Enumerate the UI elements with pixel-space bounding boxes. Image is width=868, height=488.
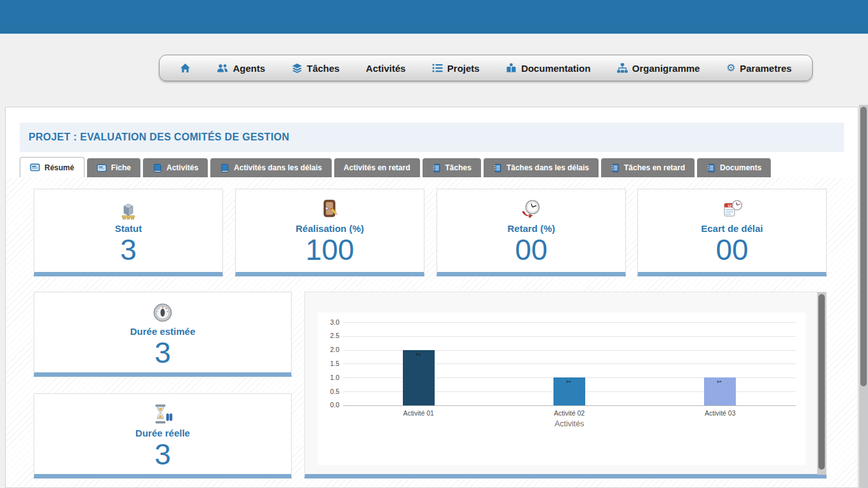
nav-item-parametres[interactable]: ⚙ Parametres (726, 63, 792, 74)
tab-activites-dans-les-delais[interactable]: Activités dans les délais (210, 158, 332, 177)
y-tick-label: 1.5 (318, 360, 339, 367)
y-tick-label: 2.0 (318, 346, 339, 353)
nav-item-documentation[interactable]: Documentation (506, 63, 590, 74)
notebook-pencil-icon (236, 198, 424, 222)
bar-value-label: 1 (716, 380, 723, 383)
gridline (343, 405, 796, 406)
nav-item-label: Agents (233, 63, 265, 74)
book-icon (153, 163, 162, 173)
page-title: PROJET : EVALUATION DES COMITÉS DE GESTI… (29, 132, 289, 143)
header-area: Agents Tâches Activités Projets Document… (0, 34, 868, 105)
home-icon (180, 63, 191, 74)
tab-label: Activités en retard (344, 163, 410, 172)
main-panel: PROJET : EVALUATION DES COMITÉS DE GESTI… (5, 107, 858, 488)
tab-label: Activités dans les délais (234, 163, 322, 172)
stat-card-realisation: Réalisation (%) 100 (235, 189, 424, 276)
stat-card-label: Statut (34, 223, 222, 234)
nav-item-organigramme[interactable]: Organigramme (617, 63, 700, 74)
list-icon (432, 63, 443, 73)
x-tick-label: Activité 03 (682, 409, 758, 417)
stat-card-value: 3 (34, 438, 291, 471)
stat-card-retard: Retard (%) 00 (437, 189, 626, 276)
plot-area: Activités 3.02.52.01.51.00.50.02Activité… (318, 313, 806, 465)
stat-card-value: 3 (34, 234, 222, 267)
stat-card-statut: Statut 3 (34, 189, 223, 276)
calendar-clock-icon: 12 (638, 198, 826, 222)
tab-documents[interactable]: Documents (697, 158, 771, 177)
tab-label: Résumé (44, 163, 74, 172)
notepad-icon (493, 163, 502, 173)
tab-label: Tâches (445, 163, 471, 172)
sitemap-icon (617, 63, 628, 73)
clock-arrow-icon (437, 198, 625, 222)
book-icon (220, 163, 229, 173)
layers-icon (292, 63, 302, 74)
bar-value-label: 2 (415, 353, 422, 356)
tab-activites-en-retard[interactable]: Activités en retard (334, 158, 420, 177)
bar-value-label: 1 (566, 380, 573, 383)
nav-item-projets[interactable]: Projets (432, 63, 480, 74)
activities-chart-panel: Activités 3.02.52.01.51.00.50.02Activité… (304, 292, 827, 478)
package-icon (34, 198, 222, 222)
nav-item-home[interactable] (180, 63, 191, 74)
stat-card-value: 100 (236, 234, 424, 267)
nav-item-label: Tâches (307, 63, 340, 74)
y-tick-label: 0.5 (318, 388, 339, 395)
tab-taches-dans-les-delais[interactable]: Tâches dans les délais (484, 158, 599, 177)
top-blue-bar (0, 0, 868, 34)
x-tick-label: Activité 02 (531, 409, 607, 417)
svg-text:12: 12 (728, 204, 731, 208)
tab-label: Tâches en retard (624, 163, 685, 172)
project-title-banner: PROJET : EVALUATION DES COMITÉS DE GESTI… (20, 123, 844, 152)
tab-taches[interactable]: Tâches (423, 158, 481, 177)
page-scrollbar-thumb[interactable] (860, 107, 867, 386)
main-navbar: Agents Tâches Activités Projets Document… (159, 55, 813, 81)
stat-card-value: 00 (638, 234, 826, 267)
x-axis-title: Activités (343, 419, 796, 428)
notepad-icon (611, 163, 620, 173)
bar-Activité 01 (403, 350, 435, 405)
y-tick-label: 2.5 (318, 332, 339, 339)
card-icon (30, 163, 40, 172)
stat-card-label: Ecart de délai (638, 223, 826, 234)
nav-item-taches[interactable]: Tâches (292, 63, 340, 74)
nav-item-activites[interactable]: Activités (366, 63, 406, 74)
gridline (343, 322, 796, 323)
tab-label: Documents (720, 163, 761, 172)
tab-label: Activités (166, 163, 198, 172)
chart-scrollbar-thumb[interactable] (818, 294, 825, 470)
card-icon (97, 164, 107, 172)
users-icon (217, 63, 228, 73)
nav-item-label: Organigramme (632, 63, 700, 74)
tab-taches-en-retard[interactable]: Tâches en retard (601, 158, 695, 177)
y-tick-label: 3.0 (318, 318, 339, 326)
tab-resume[interactable]: Résumé (20, 157, 85, 177)
nav-item-label: Projets (447, 63, 480, 74)
page-scrollbar[interactable] (859, 105, 868, 488)
stat-card-value: 00 (437, 234, 625, 267)
tab-fiche[interactable]: Fiche (87, 158, 140, 177)
chart-scrollbar[interactable] (817, 292, 826, 475)
stat-card-ecart: 12 Ecart de délai 00 (637, 189, 827, 276)
timer-icon (34, 301, 291, 325)
gear-icon: ⚙ (726, 63, 735, 73)
tab-label: Tâches dans les délais (506, 163, 589, 172)
stat-card-label: Durée estimée (34, 326, 291, 337)
tab-label: Fiche (111, 163, 131, 172)
notepad-icon (432, 163, 441, 173)
hourglass-pause-icon (34, 403, 291, 427)
y-tick-label: 1.0 (318, 374, 339, 381)
tab-bar: Résumé Fiche Activités Activités dans le… (20, 157, 771, 177)
x-tick-label: Activité 01 (381, 409, 457, 417)
stat-card-value: 3 (34, 337, 291, 370)
notepad-icon (707, 163, 715, 173)
book-icon (506, 63, 517, 73)
nav-item-agents[interactable]: Agents (217, 63, 265, 74)
nav-item-label: Documentation (521, 63, 590, 74)
nav-item-label: Parametres (740, 63, 792, 74)
tab-activites[interactable]: Activités (143, 158, 208, 177)
stat-card-duree-estimee: Durée estimée 3 (34, 292, 292, 377)
stat-card-label: Retard (%) (437, 223, 625, 234)
stat-card-label: Durée réelle (34, 428, 291, 438)
nav-item-label: Activités (366, 63, 406, 74)
